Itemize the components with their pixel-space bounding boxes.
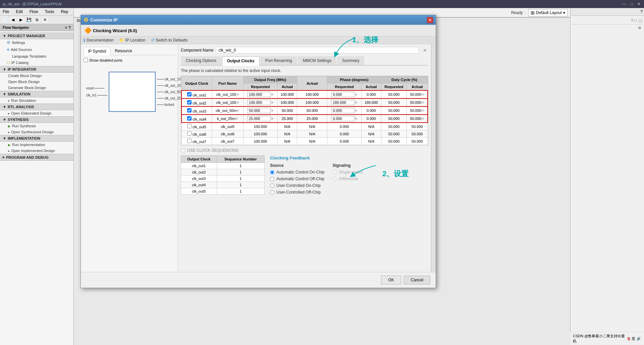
auto-on-chip-input[interactable] [270,170,274,175]
ip-symbol-tab[interactable]: IP Symbol [84,47,110,55]
phase-req-clear[interactable]: ✕ [355,100,358,105]
run-implementation-item[interactable]: ▶ Run Implementation [0,142,73,148]
flow-nav-help-btn[interactable]: ? [68,25,71,29]
show-disabled-checkbox[interactable] [84,58,88,62]
flow-menu[interactable]: Flow [28,9,39,15]
phase-req-input[interactable] [331,116,355,121]
freq-req-clear[interactable]: ✕ [271,117,274,121]
synthesis-section[interactable]: ▼ SYNTHESIS [0,116,73,123]
flow-nav-collapse-btn[interactable]: ≡ [65,25,67,29]
new-project-btn[interactable]: 📄 [1,16,8,23]
right-panel-maximize-icon[interactable]: ⬜ [638,18,643,23]
implementation-section[interactable]: ▼ IMPLEMENTATION [0,135,73,142]
ip-integrator-section[interactable]: ▼ IP INTEGRATOR [0,66,73,73]
right-panel-expand-icon[interactable]: □ [634,18,637,23]
duty-act-clear[interactable]: ✕ [421,109,424,113]
clocking-options-tab[interactable]: Clocking Options [181,56,221,65]
clock-enabled-checkbox[interactable] [187,92,192,96]
run-simulation-item[interactable]: ▸ Run Simulation [0,97,73,104]
open-synthesized-design-item[interactable]: ▸ Open Synthesized Design [0,129,73,135]
clock-enabled-checkbox[interactable] [187,131,192,136]
file-menu[interactable]: File [1,9,10,15]
project-manager-section[interactable]: ▼ PROJECT MANAGER [0,32,73,39]
edit-menu[interactable]: Edit [14,9,24,15]
user-off-chip-radio[interactable]: User-Controlled Off-Chip [270,190,324,195]
freq-req-clear[interactable]: ✕ [271,100,274,105]
settings-item[interactable]: ⚙ Settings [0,39,73,46]
ip-catalog-item[interactable]: ⬡ IP Catalog [0,59,73,66]
port-clear-btn[interactable]: ✕ [235,117,238,121]
back-btn[interactable]: ◀ [9,16,16,23]
language-templates-item[interactable]: Language Templates [0,53,73,59]
phase-req-clear[interactable]: ✕ [355,117,358,121]
clock-enabled-checkbox[interactable] [187,139,192,143]
maximize-button[interactable]: □ [629,2,634,6]
port-clear-btn[interactable]: ✕ [236,100,239,105]
user-on-chip-input[interactable] [270,184,274,188]
create-block-design-item[interactable]: Create Block Design [0,73,73,79]
minimize-button[interactable]: — [622,2,627,6]
freq-req-input[interactable] [247,108,271,113]
output-clocks-tab[interactable]: Output Clocks [222,56,260,66]
copy-btn[interactable]: ⧉ [34,16,40,23]
switch-defaults-btn[interactable]: ↺ Switch to Defaults [151,38,188,43]
run-synthesis-item[interactable]: ▶ Run Synthesis [0,123,73,129]
close-button[interactable]: ✕ [637,2,641,6]
forward-btn[interactable]: ▶ [17,16,24,23]
resource-tab[interactable]: Resource [110,47,136,55]
phase-req-input[interactable] [331,100,355,105]
save-btn[interactable]: 💾 [25,16,32,23]
documentation-btn[interactable]: ℹ Documentation [84,38,114,43]
config-scrollbar[interactable] [431,44,436,272]
ip-location-btn[interactable]: 📁 IP Location [119,38,146,43]
delete-btn[interactable]: ✕ [42,16,48,23]
clock-enabled-checkbox[interactable] [187,108,192,113]
right-panel-help-icon[interactable]: ? [631,18,633,23]
port-clear-btn[interactable]: ✕ [236,109,239,113]
clock-enabled-checkbox[interactable] [187,124,192,128]
open-implemented-design-item[interactable]: ▸ Open Implemented Design [0,148,73,154]
tools-menu[interactable]: Tools [43,9,55,15]
auto-off-chip-radio[interactable]: Automatic Control Off-Chip [270,177,324,181]
generate-block-design-item[interactable]: Generate Block Design [0,85,73,91]
program-debug-section[interactable]: ▸ PROGRAM AND DEBUG [0,154,73,161]
clock-enabled-checkbox[interactable] [187,100,192,105]
csdn-icon-1[interactable]: S [627,336,630,341]
cancel-button[interactable]: Cancel [404,276,430,284]
csdn-icon-2[interactable]: 英 [632,336,635,341]
phase-req-clear[interactable]: ✕ [355,92,358,96]
phase-req-clear[interactable]: ✕ [355,109,358,113]
auto-on-chip-radio[interactable]: Automatic Control On-Chip [270,170,324,175]
duty-act-clear[interactable]: ✕ [421,117,424,121]
freq-req-clear[interactable]: ✕ [271,92,274,96]
csdn-icon-3[interactable]: 🔊 [637,336,641,341]
user-on-chip-radio[interactable]: User-Controlled On-Chip [270,183,324,188]
duty-act-clear[interactable]: ✕ [421,92,424,96]
phase-req-input[interactable] [331,108,355,113]
port-renaming-tab[interactable]: Port Renaming [260,56,297,65]
simulation-section[interactable]: ▼ SIMULATION [0,91,73,97]
duty-act-clear[interactable]: ✕ [421,100,424,105]
component-name-input[interactable] [216,47,419,54]
phase-req-input[interactable] [331,92,355,97]
add-sources-item[interactable]: + Add Sources [0,46,73,53]
auto-off-chip-input[interactable] [270,177,274,181]
reports-menu[interactable]: Rep [59,9,69,15]
summary-tab[interactable]: Summary [337,56,364,65]
settings-gear-icon[interactable]: ⚙ [638,26,641,30]
ok-button[interactable]: OK [381,276,401,284]
clock-enabled-checkbox[interactable] [187,116,192,121]
component-name-clear[interactable]: ✕ [422,48,428,53]
mmcm-settings-tab[interactable]: MMCM Settings [298,56,336,65]
open-block-design-item[interactable]: Open Block Design [0,79,73,85]
freq-req-input[interactable] [247,100,271,105]
user-off-chip-input[interactable] [270,190,274,195]
port-clear-btn[interactable]: ✕ [236,92,239,96]
open-elaborated-design-item[interactable]: ▸ Open Elaborated Design [0,110,73,116]
dialog-close-button[interactable]: ✕ [427,17,433,23]
clock-seq-checkbox[interactable] [181,148,185,153]
rtl-analysis-section[interactable]: ▼ RTL ANALYSIS [0,104,73,110]
freq-req-clear[interactable]: ✕ [271,109,274,113]
help-btn[interactable]: ? [640,9,643,14]
freq-req-input[interactable] [247,92,271,97]
